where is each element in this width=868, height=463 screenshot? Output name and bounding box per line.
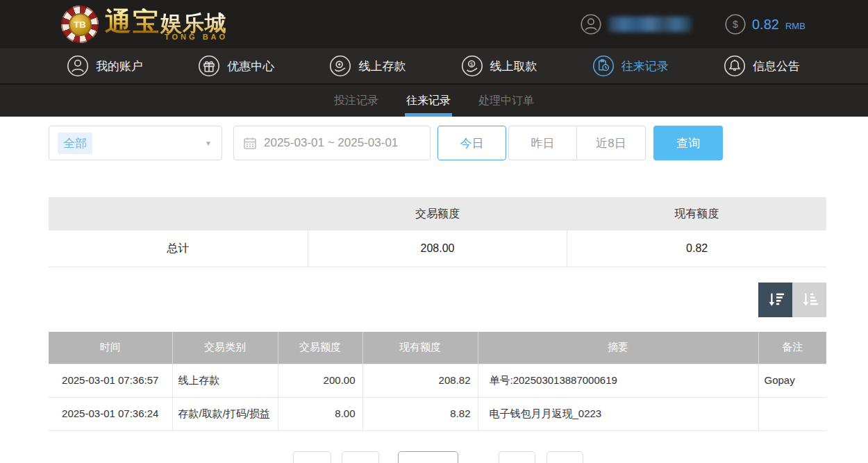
nav-item-withdraw[interactable]: $ 线上取款 xyxy=(461,55,537,77)
cell-remark: Gopay xyxy=(758,364,826,397)
chevron-down-icon: ▼ xyxy=(205,140,212,147)
yesterday-button[interactable]: 昨日 xyxy=(508,126,577,160)
tab-pending-orders[interactable]: 处理中订单 xyxy=(478,85,535,117)
nav-item-announcements[interactable]: 信息公告 xyxy=(724,55,800,77)
poker-chip-logo-icon: TB xyxy=(61,6,99,43)
top-header: TB 通宝 娱乐城 TONG BAO $ 0.82 RMB xyxy=(0,0,868,49)
sort-ascending-icon xyxy=(800,290,819,310)
tab-transaction-records[interactable]: 往来记录 xyxy=(406,85,451,117)
user-info[interactable] xyxy=(581,14,692,35)
nav-label: 我的账户 xyxy=(96,58,143,74)
col-balance: 现有额度 xyxy=(362,332,478,364)
svg-text:$: $ xyxy=(733,19,738,30)
pagination-prev-button[interactable] xyxy=(342,451,379,463)
cell-type: 线上存款 xyxy=(172,364,278,397)
cell-time: 2025-03-01 07:36:24 xyxy=(49,397,172,430)
main-navigation: 我的账户 优惠中心 线上存款 xyxy=(0,49,868,85)
col-time: 时间 xyxy=(49,332,172,364)
balance-currency: RMB xyxy=(785,21,806,31)
sub-navigation: 投注记录 往来记录 处理中订单 xyxy=(0,85,868,117)
last-8-days-button[interactable]: 近8日 xyxy=(577,126,646,160)
tab-betting-records[interactable]: 投注记录 xyxy=(333,85,379,117)
nav-label: 往来记录 xyxy=(621,58,669,74)
logo-title-main: 通宝 xyxy=(105,8,160,35)
col-summary: 摘要 xyxy=(478,332,758,364)
summary-header-row: 交易额度 现有额度 xyxy=(49,197,826,230)
site-logo[interactable]: TB 通宝 娱乐城 TONG BAO xyxy=(61,6,228,43)
logo-title-latin: TONG BAO xyxy=(165,33,228,41)
balance-amount: 0.82 xyxy=(752,17,779,33)
nav-item-transaction-records[interactable]: 往来记录 xyxy=(592,55,669,77)
table-row: 2025-03-01 07:36:57 线上存款 200.00 208.82 单… xyxy=(49,364,826,397)
logo-text: 通宝 娱乐城 TONG BAO xyxy=(105,8,228,41)
nav-label: 优惠中心 xyxy=(227,58,274,74)
user-icon xyxy=(581,14,601,35)
date-range-input[interactable]: 2025-03-01 ~ 2025-03-01 xyxy=(233,126,431,160)
cell-summary: 单号:202503013887000619 xyxy=(478,364,758,397)
summary-total-row: 总计 208.00 0.82 xyxy=(49,230,826,267)
search-button[interactable]: 查询 xyxy=(653,126,723,160)
nav-item-promotions[interactable]: 优惠中心 xyxy=(198,55,274,77)
tab-label: 投注记录 xyxy=(334,94,378,108)
summary-table: 交易额度 现有额度 总计 208.00 0.82 xyxy=(49,197,826,267)
pagination-first-button[interactable] xyxy=(293,451,331,463)
sort-descending-button[interactable] xyxy=(758,283,792,317)
tab-label: 往来记录 xyxy=(406,94,451,108)
quick-date-buttons: 今日 昨日 近8日 xyxy=(437,126,646,160)
nav-item-deposit[interactable]: 线上存款 xyxy=(329,55,406,77)
bell-icon xyxy=(724,55,746,77)
sort-ascending-button[interactable] xyxy=(792,283,826,317)
page-content: 全部 ▼ 2025-03-01 ~ 2025-03-01 xyxy=(0,126,868,431)
pagination-page-select[interactable] xyxy=(398,451,458,463)
pagination-last-button[interactable] xyxy=(546,451,583,463)
table-row: 2025-03-01 07:36:24 存款/取款/打码/损益 8.00 8.8… xyxy=(49,397,826,430)
col-type: 交易类别 xyxy=(172,332,278,364)
cell-time: 2025-03-01 07:36:57 xyxy=(49,364,172,397)
type-select-value: 全部 xyxy=(58,133,92,154)
nav-label: 信息公告 xyxy=(753,58,800,74)
sort-descending-icon xyxy=(766,290,785,310)
deposit-coin-icon xyxy=(329,55,351,77)
cell-remark xyxy=(758,397,826,430)
col-remark: 备注 xyxy=(758,332,826,364)
withdraw-coin-icon: $ xyxy=(461,55,483,77)
summary-total-balance: 0.82 xyxy=(567,230,826,267)
logo-title-sub: 娱乐城 xyxy=(160,12,227,34)
chip-label: TB xyxy=(69,13,92,36)
records-clipboard-icon xyxy=(592,55,615,77)
cell-summary: 电子钱包月月返现_0223 xyxy=(478,397,758,430)
summary-total-label: 总计 xyxy=(49,230,308,267)
summary-total-transaction: 208.00 xyxy=(308,230,567,267)
dollar-circle-icon: $ xyxy=(725,14,746,35)
cell-balance: 208.82 xyxy=(362,364,478,397)
table-header-row: 时间 交易类别 交易额度 现有额度 摘要 备注 xyxy=(49,332,826,364)
nav-item-my-account[interactable]: 我的账户 xyxy=(67,55,143,77)
cell-amount: 8.00 xyxy=(278,397,362,430)
username-redacted xyxy=(608,17,692,32)
sort-controls xyxy=(49,283,826,317)
gift-icon xyxy=(198,55,220,77)
nav-label: 线上取款 xyxy=(490,58,537,74)
col-amount: 交易额度 xyxy=(278,332,362,364)
user-icon xyxy=(67,55,89,77)
type-select[interactable]: 全部 ▼ xyxy=(49,126,222,160)
filter-row: 全部 ▼ 2025-03-01 ~ 2025-03-01 xyxy=(49,126,868,160)
cell-amount: 200.00 xyxy=(278,364,362,397)
cell-type: 存款/取款/打码/损益 xyxy=(172,397,278,430)
date-range-value: 2025-03-01 ~ 2025-03-01 xyxy=(264,136,398,150)
balance-display[interactable]: $ 0.82 RMB xyxy=(725,14,806,35)
today-button[interactable]: 今日 xyxy=(437,126,506,160)
transactions-table: 时间 交易类别 交易额度 现有额度 摘要 备注 2025-03-01 07:36… xyxy=(49,332,826,431)
nav-label: 线上存款 xyxy=(358,58,406,74)
calendar-icon xyxy=(243,136,257,150)
summary-col-balance: 现有额度 xyxy=(567,197,826,230)
pagination-next-button[interactable] xyxy=(499,451,535,463)
tab-label: 处理中订单 xyxy=(478,94,534,108)
summary-col-empty xyxy=(49,197,308,230)
summary-col-transaction: 交易额度 xyxy=(308,197,567,230)
cell-balance: 8.82 xyxy=(362,397,478,430)
